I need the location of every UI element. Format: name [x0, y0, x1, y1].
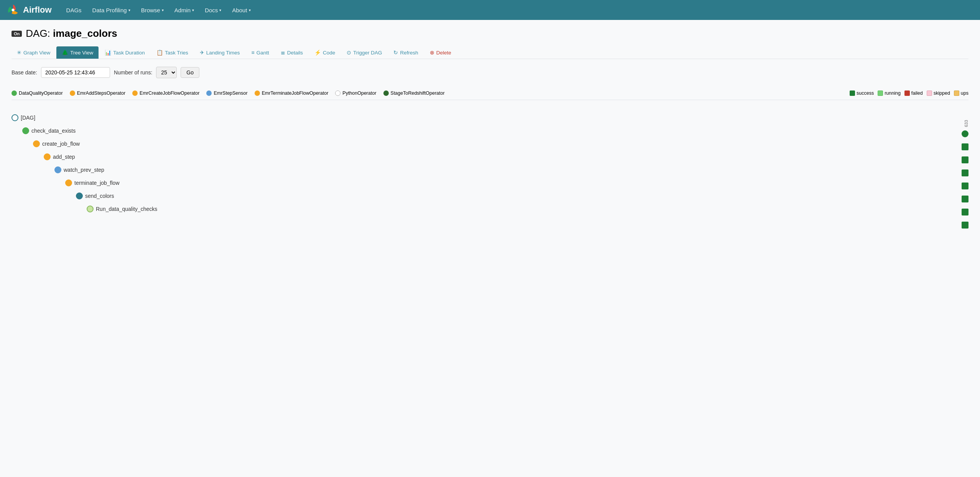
tree-node-terminate[interactable]: terminate_job_flow — [65, 179, 120, 186]
run-status-columns: 633 — [962, 112, 968, 232]
nav-data-profiling[interactable]: Data Profiling ▾ — [87, 0, 136, 20]
tree-row-check-data: check_data_exists — [12, 125, 954, 137]
skipped-label: skipped — [934, 90, 950, 96]
tab-details[interactable]: ≣ Details — [275, 46, 308, 59]
create-job-run-cell[interactable] — [962, 156, 968, 163]
emrstep-label: EmrStepSensor — [214, 90, 247, 96]
check-data-dot — [22, 127, 29, 134]
tree-node-watch-prev[interactable]: watch_prev_step — [54, 166, 104, 173]
nav-browse[interactable]: Browse ▾ — [136, 0, 169, 20]
tab-landing-times[interactable]: ✈ Landing Times — [194, 46, 245, 59]
tab-refresh[interactable]: ↻ Refresh — [388, 46, 423, 59]
tree-node-dag[interactable]: [DAG] — [12, 114, 35, 121]
success-sq — [850, 90, 855, 96]
legend-item-python: PythonOperator — [335, 90, 376, 96]
run-cells-run-quality — [962, 219, 968, 231]
tab-details-label: Details — [287, 50, 303, 56]
add-step-label: add_step — [53, 154, 75, 160]
tab-delete[interactable]: ⊗ Delete — [424, 46, 457, 59]
tree-node-check-data[interactable]: check_data_exists — [22, 127, 76, 134]
nav-admin[interactable]: Admin ▾ — [169, 0, 200, 20]
run-cells-watch-prev — [962, 180, 968, 192]
tree-node-create-job[interactable]: create_job_flow — [33, 140, 80, 147]
tree-row-run-quality: Run_data_quality_checks — [12, 203, 954, 215]
tab-gantt[interactable]: ≡ Gantt — [246, 46, 274, 59]
dag-title-text: DAG: image_colors — [26, 28, 117, 39]
run-quality-run-cell[interactable] — [962, 222, 968, 229]
stage-label: StageToRedshiftOperator — [391, 90, 445, 96]
base-date-input[interactable] — [41, 67, 110, 78]
check-data-run-cell[interactable] — [962, 143, 968, 150]
landing-times-icon: ✈ — [200, 49, 204, 56]
trigger-dag-icon: ⊙ — [347, 49, 351, 56]
nav-data-profiling-chevron: ▾ — [128, 8, 130, 12]
tab-trigger-dag-label: Trigger DAG — [353, 50, 382, 56]
create-job-label: create_job_flow — [42, 141, 80, 147]
tree-row-send-colors: send_colors — [12, 190, 954, 202]
tab-graph-view[interactable]: ✳ Graph View — [12, 46, 56, 59]
graph-view-icon: ✳ — [17, 49, 21, 56]
nav-docs-chevron: ▾ — [219, 8, 221, 12]
base-date-label: Base date: — [12, 69, 37, 76]
status-failed: failed — [904, 90, 923, 96]
tab-trigger-dag[interactable]: ⊙ Trigger DAG — [341, 46, 387, 59]
airflow-logo-icon — [6, 3, 20, 17]
tab-landing-times-label: Landing Times — [206, 50, 240, 56]
running-sq — [878, 90, 883, 96]
tree-node-add-step[interactable]: add_step — [44, 153, 75, 160]
status-upstream: ups — [954, 90, 968, 96]
dag-title-area: On DAG: image_colors — [12, 28, 968, 39]
tree-node-run-quality[interactable]: Run_data_quality_checks — [87, 206, 157, 212]
tab-task-tries-label: Task Tries — [165, 50, 188, 56]
tree-row-terminate: terminate_job_flow — [12, 177, 954, 189]
nav-docs[interactable]: Docs ▾ — [199, 0, 227, 20]
task-tries-icon: 📋 — [156, 49, 163, 56]
status-success: success — [850, 90, 874, 96]
legend-item-dqo: DataQualityOperator — [12, 90, 63, 96]
gantt-icon: ≡ — [251, 49, 254, 56]
tab-graph-view-label: Graph View — [23, 50, 50, 56]
status-legend: success running failed skipped ups — [850, 90, 968, 96]
nav-dags[interactable]: DAGs — [61, 0, 87, 20]
python-label: PythonOperator — [342, 90, 376, 96]
dag-name: image_colors — [53, 28, 117, 39]
run-number-label: 633 — [964, 120, 968, 127]
stage-dot — [383, 90, 389, 96]
legend-item-emrcreate: EmrCreateJobFlowOperator — [132, 90, 199, 96]
num-runs-select[interactable]: 25 10 50 — [156, 67, 177, 78]
watch-prev-run-cell[interactable] — [962, 183, 968, 189]
nav-about-chevron: ▾ — [249, 8, 251, 12]
add-step-run-cell[interactable] — [962, 169, 968, 176]
tab-code[interactable]: ⚡ Code — [309, 46, 340, 59]
controls-bar: Base date: Number of runs: 25 10 50 Go — [12, 67, 968, 78]
nav-about[interactable]: About ▾ — [227, 0, 256, 20]
run-quality-dot — [87, 206, 94, 212]
dag-on-badge[interactable]: On — [12, 31, 22, 37]
go-button[interactable]: Go — [181, 67, 199, 78]
tree-row-dag: [DAG] — [12, 112, 954, 124]
emrcreate-label: EmrCreateJobFlowOperator — [140, 90, 199, 96]
run-quality-label: Run_data_quality_checks — [96, 206, 157, 212]
tree-row-add-step: add_step — [12, 151, 954, 163]
send-colors-run-cell[interactable] — [962, 209, 968, 215]
legend-item-emrterm: EmrTerminateJobFlowOperator — [255, 90, 329, 96]
num-runs-label: Number of runs: — [114, 69, 152, 76]
run-cells-send-colors — [962, 206, 968, 218]
main-content: On DAG: image_colors ✳ Graph View 🌲 Tree… — [0, 20, 980, 243]
failed-label: failed — [911, 90, 923, 96]
tab-code-label: Code — [323, 50, 335, 56]
terminate-run-cell[interactable] — [962, 196, 968, 202]
tab-task-tries[interactable]: 📋 Task Tries — [151, 46, 194, 59]
dag-run-cell[interactable] — [962, 130, 968, 137]
tree-node-send-colors[interactable]: send_colors — [76, 192, 114, 199]
tab-task-duration[interactable]: 📊 Task Duration — [99, 46, 150, 59]
send-colors-label: send_colors — [85, 193, 114, 199]
tab-gantt-label: Gantt — [257, 50, 269, 56]
dqo-dot — [12, 90, 17, 96]
nav-browse-chevron: ▾ — [162, 8, 164, 12]
tab-tree-view[interactable]: 🌲 Tree View — [56, 46, 99, 59]
nav-logo[interactable]: Airflow — [6, 3, 52, 17]
tabs-bar: ✳ Graph View 🌲 Tree View 📊 Task Duration… — [12, 46, 968, 59]
code-icon: ⚡ — [314, 49, 321, 56]
emradd-label: EmrAddStepsOperator — [77, 90, 125, 96]
